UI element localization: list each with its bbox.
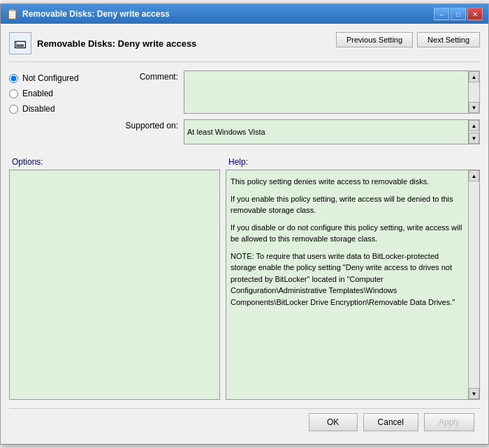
- scroll-down-arrow[interactable]: ▼: [469, 102, 479, 113]
- policy-icon-glyph: 🖴: [14, 36, 27, 51]
- apply-button[interactable]: Apply: [424, 413, 474, 431]
- help-panel: This policy setting denies write access …: [226, 170, 480, 400]
- scroll-up-arrow[interactable]: ▲: [469, 71, 479, 82]
- help-label: Help:: [228, 157, 477, 167]
- supported-scroll-down[interactable]: ▼: [469, 133, 479, 144]
- radio-disabled: Disabled: [9, 104, 121, 114]
- not-configured-radio[interactable]: [9, 74, 18, 83]
- radio-enabled: Enabled: [9, 89, 121, 98]
- help-paragraph-1: This policy setting denies write access …: [231, 176, 464, 188]
- not-configured-label: Not Configured: [22, 73, 79, 83]
- help-paragraph-2: If you enable this policy setting, write…: [231, 193, 464, 216]
- close-button[interactable]: ✕: [467, 8, 483, 20]
- supported-scroll-up[interactable]: ▲: [469, 120, 479, 131]
- header-section: 🖴 Removable Disks: Deny write access Pre…: [9, 32, 480, 62]
- ok-button[interactable]: OK: [309, 413, 358, 431]
- bottom-panels: This policy setting denies write access …: [9, 170, 480, 400]
- supported-value-box: At least Windows Vista: [184, 119, 469, 144]
- header-left: 🖴 Removable Disks: Deny write access: [9, 32, 196, 54]
- supported-row: Supported on: At least Windows Vista ▲ ▼: [121, 119, 480, 144]
- main-content: 🖴 Removable Disks: Deny write access Pre…: [1, 24, 488, 444]
- title-bar-left: 📋 Removable Disks: Deny write access: [6, 8, 170, 20]
- supported-label: Supported on:: [121, 119, 184, 130]
- comment-textarea[interactable]: [184, 70, 469, 114]
- options-help-labels: Options: Help:: [9, 157, 480, 167]
- header-title: Removable Disks: Deny write access: [37, 38, 196, 49]
- comment-supported-section: Comment: ▲ ▼ Supported on:: [121, 70, 480, 150]
- options-label: Options:: [12, 157, 228, 167]
- supported-scrollbar: ▲ ▼: [469, 119, 480, 144]
- previous-setting-button[interactable]: Previous Setting: [336, 32, 413, 47]
- header-buttons: Previous Setting Next Setting: [336, 32, 480, 47]
- help-paragraph-4: NOTE: To require that users write data t…: [231, 251, 464, 308]
- enabled-radio[interactable]: [9, 89, 18, 98]
- help-scroll-down[interactable]: ▼: [469, 388, 479, 399]
- cancel-button[interactable]: Cancel: [363, 413, 418, 431]
- footer: OK Cancel Apply: [9, 408, 480, 435]
- help-scroll-up[interactable]: ▲: [469, 170, 479, 181]
- help-paragraph-3: If you disable or do not configure this …: [231, 222, 464, 245]
- disabled-radio[interactable]: [9, 105, 18, 114]
- window-icon: 📋: [6, 8, 18, 20]
- disabled-label: Disabled: [22, 104, 55, 114]
- maximize-button[interactable]: □: [451, 8, 466, 20]
- enabled-label: Enabled: [22, 89, 53, 98]
- help-scrollbar: ▲ ▼: [468, 170, 479, 399]
- help-text-area: This policy setting denies write access …: [226, 170, 468, 399]
- radio-not-configured: Not Configured: [9, 73, 121, 83]
- comment-scrollbar: ▲ ▼: [469, 70, 480, 114]
- options-panel: [9, 170, 220, 400]
- minimize-button[interactable]: –: [434, 8, 449, 20]
- middle-section: Not Configured Enabled Disabled Comment:: [9, 70, 480, 150]
- title-bar-controls: – □ ✕: [434, 8, 483, 20]
- next-setting-button[interactable]: Next Setting: [417, 32, 480, 47]
- policy-icon: 🖴: [9, 32, 31, 54]
- comment-row: Comment: ▲ ▼: [121, 70, 480, 114]
- title-bar: 📋 Removable Disks: Deny write access – □…: [1, 4, 488, 24]
- window-title: Removable Disks: Deny write access: [22, 9, 170, 19]
- main-window: 📋 Removable Disks: Deny write access – □…: [0, 3, 489, 445]
- radio-section: Not Configured Enabled Disabled: [9, 70, 121, 150]
- supported-value: At least Windows Vista: [187, 128, 265, 136]
- comment-label: Comment:: [121, 70, 184, 82]
